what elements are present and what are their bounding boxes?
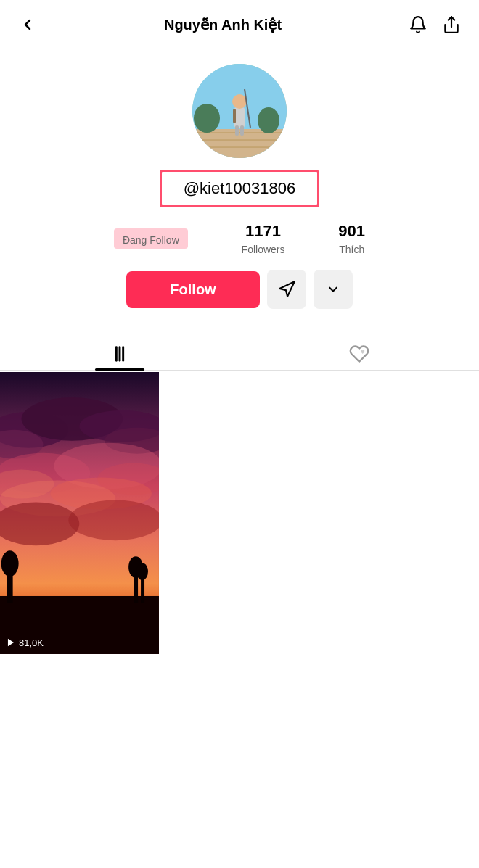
message-button[interactable]	[267, 270, 306, 309]
stats-row: Đang Follow 1171 Followers 901 Thích	[87, 222, 392, 255]
notification-button[interactable]	[405, 12, 431, 38]
likes-stat: 901 Thích	[338, 222, 365, 255]
followers-count: 1171	[245, 222, 281, 241]
follow-button[interactable]: Follow	[126, 271, 259, 308]
followers-stat: 1171 Followers	[242, 222, 285, 255]
svg-point-35	[1, 550, 19, 576]
bell-icon	[409, 15, 427, 34]
dropdown-icon	[326, 282, 340, 297]
page-title: Nguyễn Anh Kiệt	[41, 16, 405, 33]
action-buttons: Follow	[126, 270, 352, 309]
header: Nguyễn Anh Kiệt	[0, 0, 479, 49]
likes-label: Thích	[339, 244, 364, 255]
likes-count: 901	[338, 222, 365, 241]
share-button[interactable]	[438, 12, 464, 38]
following-stat: Đang Follow	[114, 228, 188, 249]
video-grid: 81,0K	[0, 372, 479, 654]
svg-point-32	[68, 500, 158, 540]
svg-rect-10	[235, 125, 239, 136]
svg-point-6	[194, 104, 220, 133]
tab-liked[interactable]	[335, 338, 384, 370]
followers-label: Followers	[242, 244, 285, 255]
profile-section: @kiet10031806 Đang Follow 1171 Followers…	[0, 49, 479, 331]
svg-point-9	[232, 94, 247, 109]
svg-point-7	[258, 107, 279, 133]
share-icon	[442, 15, 461, 34]
svg-rect-11	[240, 125, 244, 136]
svg-rect-2	[192, 129, 287, 158]
username-box: @kiet10031806	[160, 170, 319, 207]
tab-videos[interactable]	[95, 338, 144, 370]
svg-point-39	[136, 563, 148, 580]
grid-icon	[110, 344, 130, 364]
avatar-image	[192, 64, 287, 158]
svg-rect-12	[233, 109, 236, 123]
tabs-section	[0, 331, 479, 371]
video-thumb[interactable]: 81,0K	[0, 372, 159, 654]
avatar	[192, 64, 287, 158]
username-text: @kiet10031806	[184, 179, 295, 197]
following-label: Đang Follow	[123, 234, 179, 246]
more-button[interactable]	[314, 270, 353, 309]
svg-marker-40	[8, 639, 14, 647]
play-icon	[6, 637, 16, 648]
back-button[interactable]	[15, 12, 41, 38]
svg-marker-14	[279, 281, 295, 297]
svg-rect-8	[234, 107, 245, 128]
video-view-count: 81,0K	[6, 637, 44, 648]
heart-icon	[349, 344, 369, 364]
send-icon	[277, 280, 296, 299]
back-icon	[19, 16, 36, 33]
